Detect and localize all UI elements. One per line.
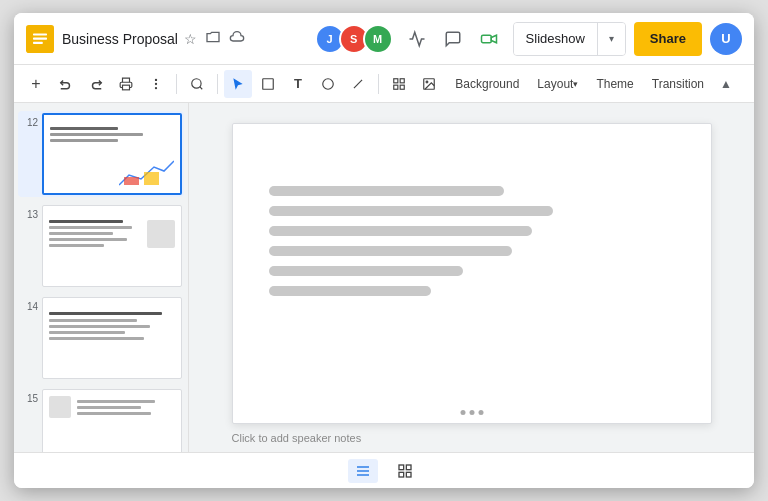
canvas-content-line-6	[269, 286, 431, 296]
grid-view-btn[interactable]	[390, 459, 420, 483]
svg-rect-27	[406, 465, 411, 470]
canvas-area: Click to add speaker notes	[189, 103, 754, 452]
canvas-content-line-1	[269, 186, 504, 196]
svg-rect-15	[394, 78, 398, 82]
slideshow-main-btn[interactable]: Slideshow	[514, 23, 597, 55]
svg-line-11	[200, 86, 203, 89]
svg-point-10	[192, 78, 201, 87]
app-window: Business Proposal ☆ J S M	[14, 13, 754, 488]
transition-btn[interactable]: Transition	[644, 70, 712, 98]
slide-thumb-13	[42, 205, 182, 287]
svg-rect-2	[33, 37, 47, 39]
svg-rect-1	[33, 33, 47, 35]
svg-point-7	[155, 79, 156, 80]
svg-point-13	[323, 78, 334, 89]
select-tool-btn[interactable]	[254, 70, 282, 98]
svg-marker-22	[144, 172, 159, 185]
slide-13-image-placeholder	[147, 220, 175, 248]
slideshow-button[interactable]: Slideshow ▾	[513, 22, 626, 56]
dot-3	[478, 410, 483, 415]
dot-2	[469, 410, 474, 415]
print-btn[interactable]	[112, 70, 140, 98]
svg-line-14	[354, 79, 362, 87]
canvas-content-line-3	[269, 226, 533, 236]
theme-btn[interactable]: Theme	[588, 70, 641, 98]
star-icon[interactable]: ☆	[184, 31, 197, 47]
svg-rect-18	[400, 85, 404, 89]
svg-rect-17	[394, 85, 398, 89]
toolbar-separator-1	[176, 74, 177, 94]
add-btn[interactable]: +	[22, 70, 50, 98]
svg-point-8	[155, 83, 156, 84]
svg-rect-6	[123, 85, 130, 90]
slideshow-dropdown-btn[interactable]: ▾	[597, 23, 625, 55]
toolbar-separator-3	[378, 74, 379, 94]
slide-15-image-placeholder	[49, 396, 71, 418]
main-area: 12 13	[14, 103, 754, 452]
slide-num-12: 12	[20, 113, 38, 128]
meet-icon-btn[interactable]	[473, 23, 505, 55]
canvas-content-line-4	[269, 246, 513, 256]
svg-marker-21	[124, 177, 139, 185]
toolbar-collapse-btn[interactable]: ▲	[714, 72, 738, 96]
background-btn[interactable]: Background	[447, 70, 527, 98]
bottom-bar	[14, 452, 754, 488]
layout-btn[interactable]: Layout ▾	[529, 70, 586, 98]
svg-point-20	[426, 81, 428, 83]
svg-rect-16	[400, 78, 404, 82]
undo-btn[interactable]	[52, 70, 80, 98]
shape-tool-btn[interactable]	[314, 70, 342, 98]
canvas-content-line-2	[269, 206, 553, 216]
avatar-user3[interactable]: M	[363, 24, 393, 54]
title-action-icons: ☆	[184, 29, 245, 48]
analytics-icon-btn[interactable]	[401, 23, 433, 55]
slide-num-13: 13	[20, 205, 38, 220]
canvas-content-line-5	[269, 266, 464, 276]
slide-canvas[interactable]	[232, 123, 712, 424]
header-actions	[401, 23, 505, 55]
list-view-btn[interactable]	[348, 459, 378, 483]
slide-12-chart-icon	[119, 157, 174, 187]
comments-icon-btn[interactable]	[437, 23, 469, 55]
slide-num-15: 15	[20, 389, 38, 404]
text-tool-btn[interactable]: T	[284, 70, 312, 98]
slide-item-12[interactable]: 12	[18, 111, 184, 197]
svg-marker-5	[491, 35, 496, 43]
user-avatar[interactable]: U	[710, 23, 742, 55]
slide-thumb-14	[42, 297, 182, 379]
svg-rect-3	[33, 41, 43, 43]
more-shapes-btn[interactable]	[385, 70, 413, 98]
redo-btn[interactable]	[82, 70, 110, 98]
canvas-navigation-dots	[460, 410, 483, 415]
svg-rect-12	[263, 78, 274, 89]
collaborator-avatars: J S M	[315, 24, 393, 54]
slide-thumb-15	[42, 389, 182, 452]
slide-item-13[interactable]: 13	[18, 203, 184, 289]
cursor-tool-btn[interactable]	[224, 70, 252, 98]
document-title: Business Proposal	[62, 31, 178, 47]
toolbar: + T	[14, 65, 754, 103]
slide-item-14[interactable]: 14	[18, 295, 184, 381]
share-button[interactable]: Share	[634, 22, 702, 56]
slide-item-15[interactable]: 15	[18, 387, 184, 452]
svg-rect-28	[399, 472, 404, 477]
toolbar-separator-2	[217, 74, 218, 94]
slide-panel: 12 13	[14, 103, 189, 452]
cloud-icon[interactable]	[229, 29, 245, 48]
image-btn[interactable]	[415, 70, 443, 98]
slide-num-14: 14	[20, 297, 38, 312]
speaker-notes[interactable]: Click to add speaker notes	[232, 424, 712, 452]
zoom-btn[interactable]	[183, 70, 211, 98]
app-logo-icon	[26, 25, 54, 53]
line-tool-btn[interactable]	[344, 70, 372, 98]
dot-1	[460, 410, 465, 415]
more-options-btn[interactable]	[142, 70, 170, 98]
svg-rect-29	[406, 472, 411, 477]
title-bar: Business Proposal ☆ J S M	[14, 13, 754, 65]
svg-rect-4	[481, 35, 491, 43]
folder-icon[interactable]	[205, 29, 221, 48]
slide-thumb-12	[42, 113, 182, 195]
svg-rect-26	[399, 465, 404, 470]
svg-point-9	[155, 87, 156, 88]
